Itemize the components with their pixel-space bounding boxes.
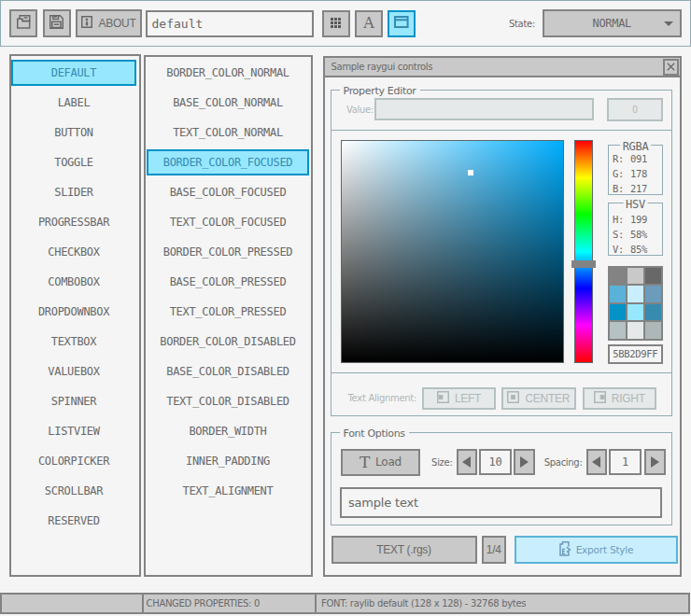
arrow-left-icon [462, 456, 471, 468]
align-left-button[interactable]: LEFT [422, 387, 496, 410]
palette-color-cell[interactable] [645, 268, 661, 285]
arrow-right-icon [651, 456, 659, 468]
palette-color-cell[interactable] [628, 322, 643, 339]
hex-color-textbox[interactable]: 5BB2D9FF [608, 344, 664, 364]
palette-color-cell[interactable] [628, 268, 643, 285]
sample-text-box[interactable]: sample text [340, 487, 662, 519]
control-type-item[interactable]: PROGRESSBAR [11, 209, 136, 235]
rgba-row-value: 217 [630, 183, 647, 194]
property-item[interactable]: BORDER_COLOR_DISABLED [147, 329, 309, 355]
export-style-button[interactable]: Export Style [515, 536, 678, 564]
control-type-item[interactable]: LISTVIEW [11, 418, 136, 444]
hsv-row-key: V: [613, 244, 624, 255]
control-type-item[interactable]: DEFAULT [11, 60, 136, 86]
font-spacing-valuebox[interactable]: 1 [609, 449, 642, 475]
value-textbox[interactable] [374, 98, 594, 120]
info-icon [81, 16, 92, 31]
control-type-item[interactable]: BUTTON [11, 119, 136, 146]
rgba-row-key: B: [613, 183, 624, 194]
property-item[interactable]: BASE_COLOR_PRESSED [147, 269, 309, 295]
control-type-item[interactable]: SLIDER [11, 179, 136, 205]
sample-controls-window: Sample raygui controls Property Editor V… [323, 56, 683, 577]
hue-slider-handle[interactable] [571, 260, 596, 269]
property-item[interactable]: BORDER_COLOR_PRESSED [147, 239, 309, 265]
property-item[interactable]: BORDER_COLOR_FOCUSED [147, 149, 309, 175]
about-button-label: ABOUT [99, 17, 136, 30]
color-selector-marker[interactable] [468, 170, 473, 175]
property-item[interactable]: BORDER_COLOR_NORMAL [147, 60, 309, 86]
property-item[interactable]: TEXT_COLOR_NORMAL [147, 119, 309, 146]
control-type-item[interactable]: VALUEBOX [11, 358, 136, 385]
property-editor-label: Property Editor [340, 85, 420, 97]
export-format-button[interactable]: TEXT (.rgs) [331, 536, 477, 564]
palette-color-cell[interactable] [645, 286, 661, 302]
rgba-row-value: 091 [630, 153, 647, 164]
font-spacing-decrease-button[interactable] [586, 449, 608, 475]
window-mode-button[interactable] [388, 10, 416, 37]
property-list: BORDER_COLOR_NORMALBASE_COLOR_NORMALTEXT… [144, 55, 313, 577]
rgba-row: G: 178 [613, 166, 657, 181]
align-center-label: CENTER [525, 392, 570, 405]
property-item[interactable]: TEXT_COLOR_FOCUSED [147, 209, 309, 235]
rgba-rows: R: 091 G: 178 B: 217 [613, 151, 657, 197]
control-type-item[interactable]: SCROLLBAR [11, 478, 136, 504]
font-options-label: Font Options [340, 427, 409, 440]
font-size-increase-button[interactable] [514, 449, 535, 475]
state-label: State: [509, 10, 535, 37]
palette-color-cell[interactable] [645, 304, 661, 321]
statusbar-divider [315, 595, 317, 612]
align-center-button[interactable]: CENTER [501, 387, 576, 410]
palette-color-cell[interactable] [628, 286, 643, 302]
rgba-row-value: 178 [630, 168, 647, 179]
control-type-item[interactable]: DROPDOWNBOX [11, 299, 136, 325]
value-zero-button[interactable]: 0 [607, 98, 663, 121]
palette-color-cell[interactable] [610, 322, 626, 339]
window-close-button[interactable] [663, 59, 680, 76]
state-dropdown[interactable]: NORMAL [543, 9, 683, 37]
property-item[interactable]: BASE_COLOR_DISABLED [147, 358, 309, 385]
font-spacing-increase-button[interactable] [644, 449, 666, 475]
control-type-item[interactable]: RESERVED [11, 508, 136, 534]
font-size-decrease-button[interactable] [457, 449, 478, 475]
control-type-item[interactable]: TOGGLE [11, 149, 136, 175]
property-item[interactable]: BORDER_WIDTH [147, 418, 309, 444]
property-item[interactable]: INNER_PADDING [147, 448, 309, 474]
page-counter-button[interactable]: 1/4 [482, 536, 507, 564]
property-item[interactable]: BASE_COLOR_NORMAL [147, 90, 309, 116]
load-font-button[interactable]: T Load [341, 449, 420, 476]
rguistyler-app: ABOUT default A [0, 0, 691, 616]
property-item[interactable]: TEXT_COLOR_DISABLED [147, 388, 309, 414]
palette-color-cell[interactable] [610, 286, 626, 302]
save-file-button[interactable] [43, 9, 71, 37]
control-type-item[interactable]: COLORPICKER [11, 448, 136, 474]
about-button[interactable]: ABOUT [76, 9, 142, 37]
align-right-button[interactable]: RIGHT [583, 387, 657, 410]
color-saturation-value-panel[interactable] [341, 140, 564, 363]
control-type-items: DEFAULTLABELBUTTONTOGGLESLIDERPROGRESSBA… [11, 60, 136, 534]
hue-bar[interactable] [574, 140, 593, 363]
window-titlebar[interactable]: Sample raygui controls [325, 58, 681, 77]
style-name-value: default [152, 17, 204, 31]
palette-color-cell[interactable] [610, 268, 626, 285]
export-style-label: Export Style [576, 544, 634, 555]
palette-color-cell[interactable] [628, 304, 643, 321]
window-icon [394, 16, 409, 31]
font-mode-button[interactable]: A [355, 10, 383, 37]
hsv-row: S: 58% [613, 227, 657, 242]
control-type-item[interactable]: LABEL [11, 90, 136, 116]
palette-color-cell[interactable] [645, 322, 661, 339]
open-file-button[interactable] [9, 9, 37, 37]
toolbar: ABOUT default A [0, 0, 691, 47]
control-type-item[interactable]: COMBOBOX [11, 269, 136, 295]
control-type-item[interactable]: TEXTBOX [11, 329, 136, 355]
font-size-valuebox[interactable]: 10 [479, 449, 512, 475]
style-name-input[interactable]: default [146, 10, 314, 37]
property-item[interactable]: BASE_COLOR_FOCUSED [147, 179, 309, 205]
property-item[interactable]: TEXT_ALIGNMENT [147, 478, 309, 504]
font-info-status: FONT: raylib default (128 x 128) - 32768… [321, 595, 526, 612]
palette-color-cell[interactable] [610, 304, 626, 321]
grid-mode-button[interactable] [322, 10, 350, 37]
property-item[interactable]: TEXT_COLOR_PRESSED [147, 299, 309, 325]
control-type-item[interactable]: SPINNER [11, 388, 136, 414]
control-type-item[interactable]: CHECKBOX [11, 239, 136, 265]
